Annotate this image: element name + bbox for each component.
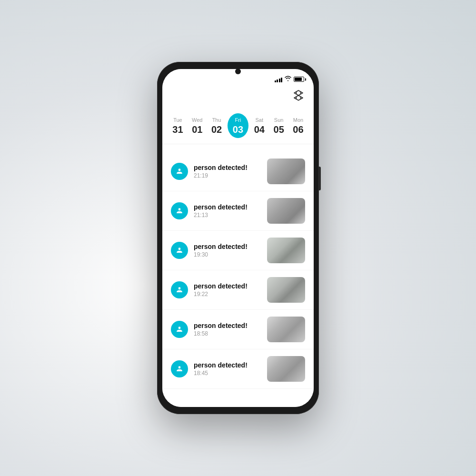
day-number: 31: [172, 125, 183, 134]
svg-point-11: [180, 288, 181, 289]
event-item[interactable]: person detected!21:19: [162, 152, 314, 191]
event-title: person detected!: [194, 322, 261, 329]
day-name: Tue: [173, 117, 182, 123]
svg-point-7: [178, 248, 179, 249]
day-05[interactable]: Sun05: [270, 117, 288, 134]
phone-screen: Tue31Wed01Thu02Fri03Sat04Sun05Mon06 pers…: [162, 69, 314, 407]
phone-frame: Tue31Wed01Thu02Fri03Sat04Sun05Mon06 pers…: [157, 62, 319, 414]
day-number: 01: [192, 125, 202, 134]
day-name: Mon: [293, 117, 303, 123]
event-time: 21:19: [194, 172, 261, 179]
person-detected-icon: [171, 202, 188, 219]
event-thumbnail[interactable]: [267, 198, 305, 224]
settings-button[interactable]: [292, 89, 305, 102]
day-number: 05: [274, 125, 284, 134]
person-detected-icon: [171, 163, 188, 180]
app-header: [162, 85, 314, 107]
svg-point-1: [178, 169, 179, 170]
svg-point-15: [178, 366, 181, 368]
event-info: person detected!19:30: [194, 243, 261, 258]
day-name: Fri: [235, 117, 241, 123]
battery-icon: [294, 77, 304, 82]
svg-point-14: [180, 327, 181, 328]
camera-notch: [235, 69, 241, 74]
svg-point-6: [178, 248, 181, 250]
event-info: person detected!21:19: [194, 164, 261, 179]
event-thumbnail[interactable]: [267, 238, 305, 263]
svg-point-0: [178, 169, 181, 171]
event-time: 18:45: [194, 370, 261, 377]
event-item[interactable]: person detected!21:13: [162, 191, 314, 231]
event-time: 19:22: [194, 291, 261, 298]
day-04[interactable]: Sat04: [251, 117, 268, 134]
day-number: 06: [293, 125, 303, 134]
svg-point-9: [178, 287, 181, 289]
event-thumbnail[interactable]: [267, 317, 305, 342]
event-thumbnail[interactable]: [267, 277, 305, 303]
event-item[interactable]: person detected!19:22: [162, 270, 314, 310]
event-time: 19:30: [194, 251, 261, 258]
event-time: 21:13: [194, 212, 261, 218]
event-info: person detected!19:22: [194, 282, 261, 298]
svg-point-8: [180, 248, 181, 249]
svg-point-13: [178, 327, 179, 328]
day-number: 02: [211, 125, 222, 134]
event-info: person detected!18:45: [194, 361, 261, 377]
event-info: person detected!18:58: [194, 322, 261, 337]
svg-point-17: [180, 367, 181, 368]
day-03[interactable]: Fri03: [228, 113, 248, 138]
event-item[interactable]: person detected!19:30: [162, 231, 314, 270]
svg-point-2: [180, 169, 181, 170]
events-list: person detected!21:19 person detected!21…: [162, 152, 314, 407]
day-number: 04: [254, 125, 265, 134]
event-title: person detected!: [194, 282, 261, 290]
svg-point-16: [178, 367, 179, 368]
person-detected-icon: [171, 321, 188, 338]
side-button: [319, 167, 321, 190]
person-detected-icon: [171, 281, 188, 298]
day-31[interactable]: Tue31: [169, 117, 186, 134]
day-01[interactable]: Wed01: [188, 117, 206, 134]
svg-point-12: [178, 327, 181, 329]
signal-icon: [275, 77, 283, 82]
event-title: person detected!: [194, 361, 261, 369]
wifi-icon: [285, 76, 291, 83]
person-detected-icon: [171, 242, 188, 259]
day-name: Wed: [192, 117, 202, 123]
event-title: person detected!: [194, 203, 261, 211]
event-title: person detected!: [194, 243, 261, 250]
filter-row[interactable]: [162, 144, 314, 152]
event-thumbnail[interactable]: [267, 356, 305, 382]
event-thumbnail[interactable]: [267, 159, 305, 184]
svg-point-5: [180, 209, 181, 210]
event-title: person detected!: [194, 164, 261, 171]
svg-point-3: [178, 208, 181, 210]
event-item[interactable]: person detected!18:45: [162, 349, 314, 389]
svg-point-10: [178, 288, 179, 289]
status-icons: [275, 76, 305, 83]
svg-point-4: [178, 209, 179, 210]
event-time: 18:58: [194, 330, 261, 337]
day-name: Sat: [256, 117, 264, 123]
week-calendar: Tue31Wed01Thu02Fri03Sat04Sun05Mon06: [162, 111, 314, 144]
day-name: Thu: [212, 117, 221, 123]
day-06[interactable]: Mon06: [289, 117, 307, 134]
person-detected-icon: [171, 360, 188, 377]
day-number: 03: [233, 125, 243, 134]
event-info: person detected!21:13: [194, 203, 261, 218]
date-label: [162, 107, 314, 111]
event-item[interactable]: person detected!18:58: [162, 310, 314, 349]
day-name: Sun: [274, 117, 284, 123]
day-02[interactable]: Thu02: [208, 117, 225, 134]
